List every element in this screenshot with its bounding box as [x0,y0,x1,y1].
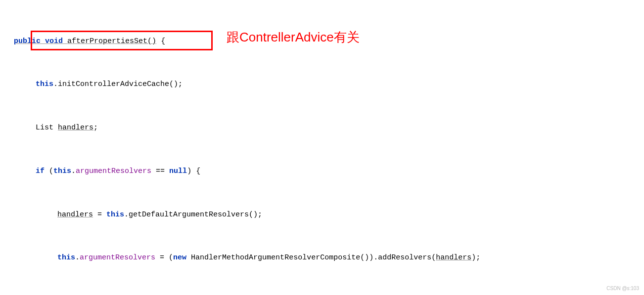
declare-handlers-line: List handlers; [14,121,644,135]
annotation-text: 跟ContrellerAdvice有关 [227,25,360,50]
method-name: afterPropertiesSet [67,37,147,45]
var-handlers: handlers [58,124,93,132]
keyword-public: public [14,37,41,45]
keyword-void: void [45,37,63,45]
if-argument-resolvers: if (this.argumentResolvers == null) { [14,164,644,178]
init-cache-line: this.initControllerAdviceCache(); [14,77,644,91]
watermark-text: CSDN @s:103 [606,284,639,294]
assign-handlers-1: handlers = this.getDefaultArgumentResolv… [14,208,644,222]
field-argumentResolvers: argumentResolvers [76,167,151,175]
assign-argumentResolvers: this.argumentResolvers = (new HandlerMet… [14,251,644,265]
